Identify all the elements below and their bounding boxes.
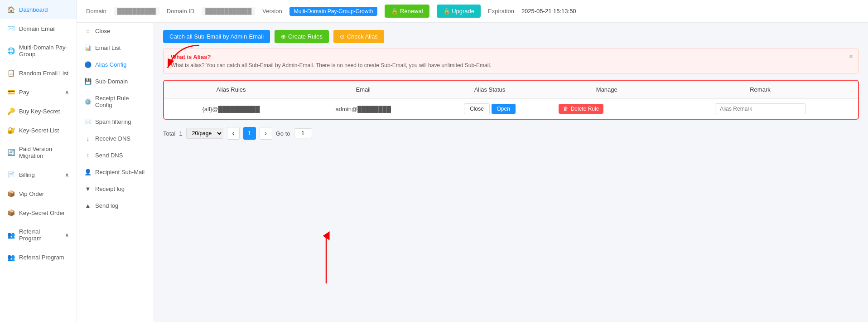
annotation-arrow-up: [322, 231, 331, 286]
catch-all-button[interactable]: Catch all Sub-Email by Admin-Email: [163, 30, 270, 43]
goto-input[interactable]: [294, 128, 312, 138]
sub-sidebar-receive-dns[interactable]: ↓ Receive DNS: [77, 130, 154, 147]
pagination: Total 1 20/page 50/page ‹ 1 › Go to: [163, 127, 859, 140]
col-email: Email: [298, 81, 428, 99]
next-page-button[interactable]: ›: [260, 127, 272, 140]
dashboard-icon: 🏠: [7, 6, 14, 13]
col-alias-status: Alias Status: [428, 81, 551, 99]
domain-label: Domain: [86, 8, 106, 15]
delete-rule-button[interactable]: 🗑 Delete Rule: [559, 104, 604, 114]
sidebar-item-billing[interactable]: 📄 Billing ∧: [0, 165, 77, 184]
close-icon: ≡: [84, 28, 92, 34]
expiration-label: Expiration: [488, 8, 514, 15]
sidebar-item-vip-order[interactable]: 📦 Vip Order: [0, 184, 77, 203]
sub-sidebar-send-dns[interactable]: ↑ Send DNS: [77, 147, 154, 164]
sidebar-item-domain-email[interactable]: ✉️ Domain Email: [0, 19, 77, 38]
send-log-icon: ▲: [84, 202, 92, 209]
content-wrapper: ≡ Close 📊 Email List 🔵 Alias Config 💾 Su…: [77, 23, 868, 322]
billing-icon: 📄: [7, 171, 14, 178]
sidebar-item-buy-key[interactable]: 🔑 Buy Key-Secret: [0, 102, 77, 121]
page-header: Domain ██████████ Domain ID ████████████…: [77, 0, 868, 23]
sub-sidebar-receipt-log[interactable]: ▼ Receipt log: [77, 181, 154, 197]
col-remark: Remark: [662, 81, 858, 99]
table-header-row: Alias Rules Email Alias Status Manage Re…: [164, 81, 858, 99]
main-area: Domain ██████████ Domain ID ████████████…: [77, 0, 868, 322]
create-rules-button[interactable]: ⊕ Create Rules: [275, 30, 329, 43]
referral2-icon: 👥: [7, 254, 14, 261]
sidebar-item-referral-2[interactable]: 👥 Referral Program: [0, 248, 77, 267]
domain-email-icon: ✉️: [7, 25, 14, 32]
status-cell: Close Open: [428, 99, 551, 119]
email-list-icon: 📊: [84, 44, 92, 51]
chevron-up-icon: ∧: [65, 89, 69, 96]
check-icon: ⊙: [340, 33, 345, 40]
sidebar-item-referral-program[interactable]: 👥 Referral Program ∧: [0, 222, 77, 248]
upgrade-button[interactable]: 🔒 Upgrade: [437, 5, 481, 18]
sub-domain-icon: 💾: [84, 78, 92, 85]
sidebar-item-paid-migration[interactable]: 🔄 Paid Version Migration: [0, 140, 77, 165]
alert-title: What is Alias?: [171, 54, 851, 60]
spam-icon: ✉️: [84, 118, 92, 125]
random-email-icon: 📋: [7, 69, 14, 77]
sub-sidebar-email-list[interactable]: 📊 Email List: [77, 39, 154, 56]
page-1-button[interactable]: 1: [243, 127, 256, 140]
sidebar-item-key-secret-list[interactable]: 🔐 Key-Secret List: [0, 121, 77, 140]
col-manage: Manage: [551, 81, 662, 99]
domain-id-value: ████████████: [202, 7, 255, 15]
open-status-button[interactable]: Open: [492, 104, 516, 114]
version-badge: Multi-Domain Pay-Group-Growth: [289, 7, 378, 16]
alias-alert: What is Alias? What is alias? You can ca…: [163, 49, 859, 73]
sidebar-item-key-secret-order[interactable]: 📦 Key-Secret Order: [0, 203, 77, 222]
referral-icon: 👥: [7, 231, 14, 239]
left-sidebar: 🏠 Dashboard ✉️ Domain Email 🌐 Multi-Doma…: [0, 0, 77, 322]
chevron-up-icon-referral: ∧: [65, 232, 69, 239]
pay-icon: 💳: [7, 88, 14, 96]
goto-label: Go to: [276, 130, 290, 137]
alert-close-button[interactable]: ×: [849, 53, 853, 61]
sidebar-item-pay[interactable]: 💳 Pay ∧: [0, 83, 77, 102]
sub-sidebar-spam[interactable]: ✉️ Spam filtering: [77, 113, 154, 130]
delete-icon: 🗑: [563, 106, 569, 112]
sidebar-item-random-email[interactable]: 📋 Random Email List: [0, 63, 77, 83]
sub-sidebar-close[interactable]: ≡ Close: [77, 23, 154, 39]
expiration-value: 2025-05-21 15:13:50: [521, 8, 576, 15]
close-status-button[interactable]: Close: [464, 103, 490, 114]
version-label: Version: [262, 8, 282, 15]
remark-input[interactable]: [715, 103, 805, 114]
sub-sidebar-sub-domain[interactable]: 💾 Sub-Domain: [77, 73, 154, 90]
plus-icon: ⊕: [281, 33, 286, 40]
remark-cell: [662, 99, 858, 119]
sub-sidebar-recipient[interactable]: 👤 Recipient Sub-Mail: [77, 164, 154, 181]
send-dns-icon: ↑: [84, 152, 92, 159]
paid-migration-icon: 🔄: [7, 149, 14, 156]
sub-sidebar: ≡ Close 📊 Email List 🔵 Alias Config 💾 Su…: [77, 23, 154, 322]
table-row: {all}@██████████ admin@████████ Close Op…: [164, 99, 858, 119]
alias-config-icon: 🔵: [84, 61, 92, 68]
alias-table: Alias Rules Email Alias Status Manage Re…: [164, 81, 858, 119]
receive-dns-icon: ↓: [84, 135, 92, 142]
total-label: Total: [163, 130, 175, 137]
prev-page-button[interactable]: ‹: [227, 127, 240, 140]
alert-text: What is alias? You can catch all Sub-Ema…: [171, 62, 851, 68]
toolbar: Catch all Sub-Email by Admin-Email ⊕ Cre…: [163, 30, 859, 43]
page-content: Catch all Sub-Email by Admin-Email ⊕ Cre…: [154, 23, 868, 322]
total-value: 1: [179, 130, 182, 137]
sub-sidebar-receipt-rule[interactable]: ⚙️ Receipt Rule Config: [77, 90, 154, 113]
multi-domain-icon: 🌐: [7, 47, 14, 54]
domain-id-label: Domain ID: [167, 8, 194, 15]
domain-value: ██████████: [114, 7, 159, 15]
alias-table-container: Alias Rules Email Alias Status Manage Re…: [163, 80, 859, 120]
key-order-icon: 📦: [7, 209, 14, 216]
sub-sidebar-send-log[interactable]: ▲ Send log: [77, 197, 154, 214]
alias-rules-cell: {all}@██████████: [164, 99, 298, 119]
col-alias-rules: Alias Rules: [164, 81, 298, 99]
sidebar-item-multi-domain[interactable]: 🌐 Multi-Domain Pay-Group: [0, 38, 77, 63]
receipt-log-icon: ▼: [84, 185, 92, 192]
check-alias-button[interactable]: ⊙ Check Alias: [333, 30, 384, 43]
sidebar-item-dashboard[interactable]: 🏠 Dashboard: [0, 0, 77, 19]
per-page-select[interactable]: 20/page 50/page: [186, 128, 223, 139]
renewal-button[interactable]: 🔒 Renewal: [385, 5, 429, 18]
receipt-rule-icon: ⚙️: [84, 98, 92, 105]
sub-sidebar-alias-config[interactable]: 🔵 Alias Config: [77, 56, 154, 73]
recipient-icon: 👤: [84, 169, 92, 176]
